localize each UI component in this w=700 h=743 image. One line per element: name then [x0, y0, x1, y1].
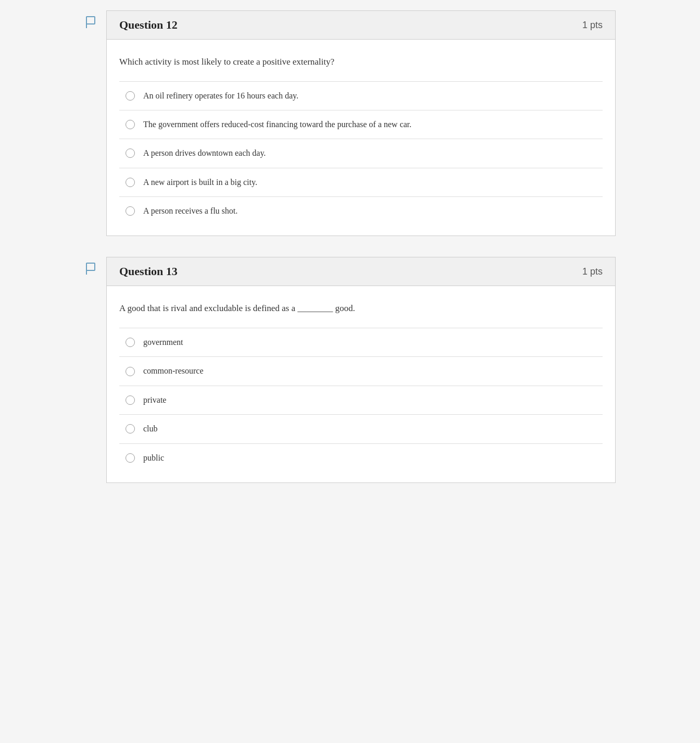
question-body-12: Which activity is most likely to create … [107, 40, 615, 236]
option-item-13-0[interactable]: government [119, 328, 603, 357]
question-card-13: Question 131 ptsA good that is rival and… [106, 257, 616, 482]
question-header-13: Question 131 pts [107, 257, 615, 286]
option-label-13-0: government [143, 337, 183, 348]
option-item-12-3[interactable]: A new airport is built in a big city. [119, 168, 603, 197]
question-title-13: Question 13 [119, 265, 178, 278]
option-item-13-1[interactable]: common-resource [119, 357, 603, 386]
flag-icon[interactable] [84, 257, 106, 278]
radio-circle-12-1[interactable] [126, 120, 135, 129]
option-item-12-2[interactable]: A person drives downtown each day. [119, 139, 603, 168]
flag-icon[interactable] [84, 10, 106, 31]
question-block-12: Question 121 ptsWhich activity is most l… [84, 10, 616, 236]
question-card-12: Question 121 ptsWhich activity is most l… [106, 10, 616, 236]
option-label-13-3: club [143, 423, 158, 435]
option-item-13-3[interactable]: club [119, 415, 603, 443]
svg-rect-2 [86, 263, 95, 270]
option-label-13-2: private [143, 394, 166, 406]
radio-circle-13-1[interactable] [126, 367, 135, 376]
question-pts-13: 1 pts [582, 266, 603, 277]
option-label-12-4: A person receives a flu shot. [143, 205, 238, 217]
option-label-13-4: public [143, 452, 164, 464]
question-pts-12: 1 pts [582, 20, 603, 31]
option-item-12-0[interactable]: An oil refinery operates for 16 hours ea… [119, 82, 603, 110]
radio-circle-12-0[interactable] [126, 91, 135, 101]
question-text-12: Which activity is most likely to create … [119, 55, 603, 69]
option-label-12-3: A new airport is built in a big city. [143, 177, 257, 188]
radio-circle-13-4[interactable] [126, 453, 135, 463]
radio-circle-13-2[interactable] [126, 395, 135, 405]
question-header-12: Question 121 pts [107, 11, 615, 40]
option-item-13-4[interactable]: public [119, 444, 603, 472]
options-list-13: governmentcommon-resourceprivateclubpubl… [119, 328, 603, 472]
options-list-12: An oil refinery operates for 16 hours ea… [119, 81, 603, 226]
radio-circle-12-3[interactable] [126, 178, 135, 187]
question-text-13: A good that is rival and excludable is d… [119, 302, 603, 315]
question-block-13: Question 131 ptsA good that is rival and… [84, 257, 616, 482]
option-label-12-2: A person drives downtown each day. [143, 147, 266, 159]
radio-circle-13-0[interactable] [126, 338, 135, 347]
svg-rect-0 [86, 17, 95, 24]
option-label-13-1: common-resource [143, 365, 204, 377]
radio-circle-13-3[interactable] [126, 424, 135, 434]
option-item-13-2[interactable]: private [119, 386, 603, 415]
radio-circle-12-4[interactable] [126, 206, 135, 216]
question-body-13: A good that is rival and excludable is d… [107, 286, 615, 482]
option-item-12-1[interactable]: The government offers reduced-cost finan… [119, 110, 603, 139]
question-title-12: Question 12 [119, 18, 178, 32]
option-label-12-1: The government offers reduced-cost finan… [143, 119, 411, 130]
radio-circle-12-2[interactable] [126, 148, 135, 158]
page-container: Question 121 ptsWhich activity is most l… [64, 10, 636, 483]
option-item-12-4[interactable]: A person receives a flu shot. [119, 197, 603, 225]
option-label-12-0: An oil refinery operates for 16 hours ea… [143, 90, 298, 102]
